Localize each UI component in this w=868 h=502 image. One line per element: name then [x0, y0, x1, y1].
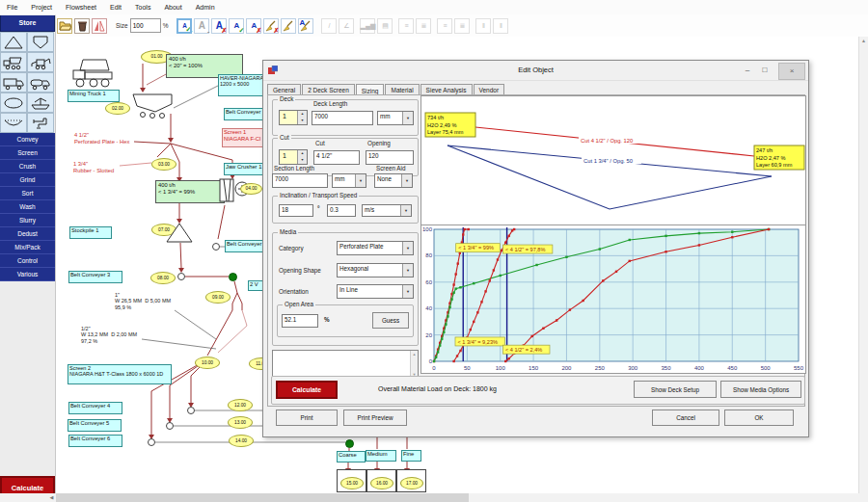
flowsheet-node-08-00[interactable]: 08.00 [150, 272, 176, 284]
tab-vendor[interactable]: Vendor [474, 84, 505, 94]
deck-length-input[interactable]: 7000 [312, 111, 373, 125]
opening-shape-select[interactable]: Hexagonal ▼ [337, 263, 414, 277]
sidebar-item-slurry[interactable]: Slurry [0, 214, 55, 227]
menu-item-about[interactable]: About [157, 4, 188, 11]
faucet-icon[interactable] [27, 113, 54, 133]
flowsheet-node[interactable] [148, 438, 155, 446]
flowsheet-node-medium[interactable]: Medium [366, 450, 396, 462]
sidebar-item-screen[interactable]: Screen [0, 146, 55, 160]
clean-labels-broom-icon[interactable]: A [298, 18, 313, 34]
menu-item-flowsheet[interactable]: Flowsheet [59, 4, 103, 11]
flowsheet-node-03-00[interactable]: 03.00 [151, 158, 176, 171]
speed-unit-select[interactable]: m/s ▼ [362, 204, 412, 217]
sidebar-store-header[interactable]: Store [0, 14, 55, 32]
sidebar-item-dedust[interactable]: Dedust [0, 227, 55, 241]
deck-length-unit-select[interactable]: mm ▼ [377, 111, 414, 125]
flowsheet-node-4-1-2-[interactable]: 4 1/2" Perforated Plate - Hex [74, 132, 142, 149]
flowsheet-node-belt-conveyer-4[interactable]: Belt Conveyer 4 [68, 402, 122, 414]
minimize-icon[interactable]: – [741, 65, 754, 76]
flowsheet-node-belt-conveyer-5[interactable]: Belt Conveyer 5 [68, 419, 122, 432]
transport-speed-input[interactable]: 0.3 [327, 204, 356, 217]
wheel-loader-icon[interactable] [27, 52, 54, 72]
open-folder-icon[interactable] [57, 18, 72, 34]
chevron-down-icon[interactable]: ▼ [402, 242, 413, 254]
orientation-select[interactable]: In Line ▼ [337, 284, 414, 299]
flowsheet-node-belt-conveyer-6[interactable]: Belt Conveyer 6 [68, 435, 122, 447]
clean-marked-broom-icon[interactable]: ✗ [263, 18, 279, 34]
flowsheet-node-12-00[interactable]: 12.00 [228, 399, 253, 411]
flowsheet-node-fine[interactable]: Fine [401, 450, 421, 462]
chevron-down-icon[interactable]: ▼ [400, 205, 411, 216]
maximize-icon[interactable]: □ [758, 65, 772, 76]
cancel-button[interactable]: Cancel [652, 410, 719, 426]
chevron-down-icon[interactable]: ▼ [355, 174, 366, 187]
stockpile-symbol[interactable] [166, 223, 193, 243]
opening-input[interactable]: 120 [366, 150, 414, 165]
print-button[interactable]: Print [276, 410, 338, 426]
spinner-arrows-icon[interactable]: ▲▼ [297, 150, 307, 164]
screen-aid-select[interactable]: None ▼ [374, 173, 413, 188]
sidebar-item-control[interactable]: Control [0, 254, 55, 268]
tab-material[interactable]: Material [385, 84, 419, 94]
flip-chart-icon[interactable] [92, 18, 107, 34]
chevron-down-icon[interactable]: ▼ [402, 112, 413, 124]
sidebar-item-sort[interactable]: Sort [0, 187, 55, 200]
cut-number-spinner[interactable]: 1 ▲▼ [279, 149, 308, 165]
flowsheet-node-17-00[interactable]: 17.00 [400, 477, 423, 489]
show-media-options-button[interactable]: Show Media Options [720, 381, 801, 398]
section-length-input[interactable]: 7000 [272, 173, 328, 188]
font-remove-icon[interactable]: A- [194, 18, 209, 34]
flowsheet-node-coarse[interactable]: Coarse [337, 451, 366, 462]
vertical-scrollbar[interactable]: ▲ [858, 37, 868, 493]
tab-sieve-analysis[interactable]: Sieve Analysis [420, 84, 473, 94]
horizontal-scrollbar[interactable]: ◀ [0, 493, 868, 502]
flowsheet-node[interactable] [229, 273, 237, 281]
tank-icon[interactable] [0, 92, 27, 113]
flowsheet-node-04-00[interactable]: 04.00 [240, 183, 262, 195]
sidebar-item-wash[interactable]: Wash [0, 200, 55, 214]
show-deck-setup-button[interactable]: Show Deck Setup [634, 381, 717, 398]
menu-item-edit[interactable]: Edit [103, 4, 128, 11]
flowsheet-node-09-00[interactable]: 09.00 [205, 291, 231, 304]
cut-size-input[interactable]: 4 1/2" [313, 150, 360, 165]
sidebar-item-mixpack[interactable]: Mix/Pack [0, 241, 55, 254]
notes-textarea[interactable]: ▲▼ [272, 350, 419, 379]
print-preview-button[interactable]: Print Preview [343, 410, 407, 426]
mining-truck-symbol[interactable] [70, 55, 121, 90]
calculate-button[interactable]: Calculate [276, 381, 338, 399]
small-label-delete-icon[interactable]: A✗ [246, 18, 261, 34]
chevron-down-icon[interactable]: ▼ [402, 285, 413, 298]
flowsheet-node-15-00[interactable]: 15.00 [340, 477, 364, 489]
menu-item-file[interactable]: File [0, 4, 24, 11]
tab-general[interactable]: General [267, 84, 301, 94]
flowsheet-node-13-00[interactable]: 13.00 [228, 416, 253, 429]
tanker-truck-icon[interactable] [27, 72, 54, 92]
flowsheet-node-02-00[interactable]: 02.00 [105, 102, 130, 115]
category-select[interactable]: Perforated Plate ▼ [337, 241, 414, 255]
dialog-title-bar[interactable]: Edit Object – □ × [263, 61, 808, 81]
sidebar-item-convey[interactable]: Convey [0, 133, 55, 146]
flowsheet-node-stockpile-1[interactable]: Stockpile 1 [69, 226, 112, 239]
flowsheet-node-screen-2[interactable]: Screen 2 NIAGARA H&T T-Class 1800 x 6000… [68, 364, 172, 384]
hopper-icon[interactable] [27, 32, 54, 52]
size-input[interactable] [130, 18, 161, 33]
spinner-arrows-icon[interactable]: ▲▼ [297, 111, 307, 124]
inclination-input[interactable]: 18 [279, 204, 313, 217]
flowsheet-node-1-[interactable]: 1" W 26,5 MM D 5,00 MM 95,9 % [115, 292, 178, 317]
section-unit-select[interactable]: mm ▼ [332, 173, 366, 188]
flowsheet-node-1-2-[interactable]: 1/2" W 13,2 MM D 2,00 MM 97,2 % [81, 326, 145, 351]
small-label-accept-icon[interactable]: A✓ [229, 18, 244, 34]
label-accept-icon[interactable]: A✓ [176, 18, 192, 34]
deck-number-spinner[interactable]: 1 ▲▼ [279, 110, 308, 125]
flowsheet-node-10-00[interactable]: 10.00 [195, 357, 220, 369]
feeder-symbol[interactable] [131, 92, 174, 119]
sidebar-item-crush[interactable]: Crush [0, 160, 55, 173]
menu-item-tools[interactable]: Tools [128, 4, 157, 11]
flowsheet-node-1-3-4-[interactable]: 1 3/4" Rubber - Slotted [73, 161, 131, 178]
scrollbar[interactable]: ▲▼ [410, 351, 418, 378]
delete-trash-icon[interactable] [74, 18, 90, 34]
flowsheet-node[interactable] [187, 407, 195, 414]
dump-truck-icon[interactable] [0, 52, 27, 72]
dredger-icon[interactable] [27, 92, 54, 113]
flowsheet-node[interactable] [177, 273, 185, 280]
